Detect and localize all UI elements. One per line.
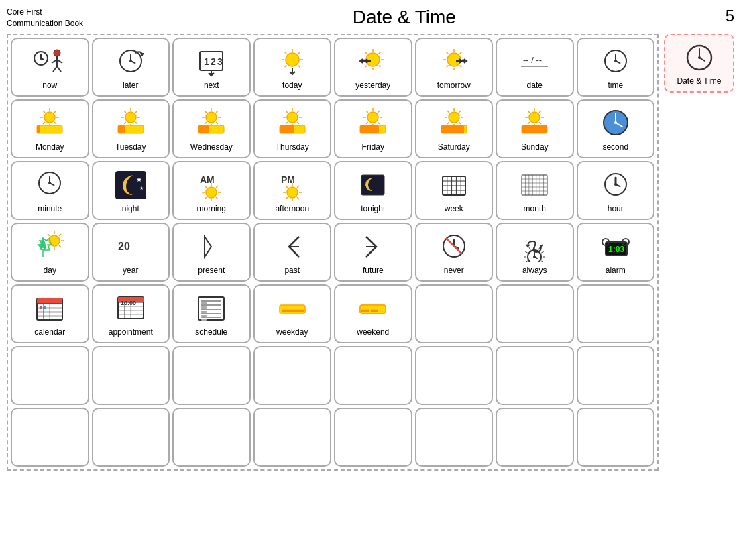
sidebar-date-time[interactable]: Date & Time	[664, 34, 734, 93]
svg-line-150	[205, 197, 207, 199]
icon-friday	[356, 106, 390, 141]
cell-empty-6-7	[577, 408, 655, 467]
svg-point-267	[698, 56, 701, 59]
label-next: next	[204, 80, 219, 90]
cell-calendar-4-0[interactable]: calendar	[11, 284, 89, 343]
cell-empty-5-2	[172, 346, 251, 405]
svg-text:★: ★	[136, 176, 142, 183]
icon-afternoon: PM	[276, 168, 309, 203]
icon-weekend: ▬ ▬	[356, 291, 390, 326]
cell-empty-4-6	[496, 284, 574, 343]
label-future: future	[363, 266, 384, 275]
svg-line-9	[57, 66, 61, 72]
cell-future-3-4[interactable]: future	[334, 223, 412, 282]
svg-point-123	[529, 112, 540, 123]
label-day: day	[44, 266, 56, 275]
cell-tomorrow-0-5[interactable]: tomorrow	[415, 38, 494, 97]
cell-Monday-1-0[interactable]: Monday	[11, 99, 89, 158]
cell-Sunday-1-6[interactable]: Sunday	[496, 99, 574, 158]
svg-point-4	[54, 50, 60, 56]
icon-hour	[599, 168, 632, 203]
cell-second-1-7[interactable]: second	[577, 99, 655, 158]
svg-text:★: ★	[139, 186, 144, 190]
svg-text:1:03: 1:03	[608, 245, 624, 254]
svg-point-222	[533, 256, 536, 258]
label-calendar: calendar	[34, 327, 65, 337]
cell-empty-5-4	[334, 346, 412, 405]
label-night: night	[122, 204, 139, 213]
cell-next-0-2[interactable]: 123next	[172, 38, 251, 97]
svg-point-112	[449, 112, 459, 123]
svg-text:3: 3	[217, 56, 223, 67]
label-yesterday: yesterday	[355, 80, 390, 90]
cell-never-3-5[interactable]: never	[415, 223, 494, 282]
label-alarm: alarm	[606, 266, 626, 275]
cell-yesterday-0-4[interactable]: yesterday	[334, 38, 412, 97]
cell-weekend-4-4[interactable]: ▬ ▬weekend	[334, 284, 412, 343]
cell-later-0-1[interactable]: later	[92, 38, 170, 97]
svg-text:1: 1	[204, 56, 209, 67]
cell-hour-2-7[interactable]: hour	[577, 161, 655, 220]
svg-line-98	[297, 111, 299, 113]
cell-year-3-1[interactable]: 20__year	[92, 223, 170, 282]
cell-empty-5-0	[11, 346, 89, 405]
cell-morning-2-2[interactable]: AMmorning	[172, 161, 251, 220]
svg-line-94	[286, 122, 288, 124]
svg-rect-67	[37, 125, 40, 133]
cell-Saturday-1-5[interactable]: Saturday	[415, 99, 494, 158]
label-Wednesday: Wednesday	[190, 142, 233, 152]
label-year: year	[123, 266, 138, 275]
cell-now-0-0[interactable]: now	[11, 38, 89, 97]
svg-rect-236	[40, 306, 42, 309]
cell-appointment-4-1[interactable]: 10:00appointment	[92, 284, 170, 343]
svg-line-44	[446, 66, 448, 68]
cell-Thursday-1-3[interactable]: Thursday	[253, 99, 332, 158]
cell-time-0-7[interactable]: time	[577, 38, 655, 97]
cell-week-2-5[interactable]: week	[415, 161, 494, 220]
icon-saturday	[437, 106, 471, 141]
book-info: Core First Communication Book	[7, 7, 83, 30]
icon-always	[518, 229, 551, 264]
svg-text:PM: PM	[281, 174, 295, 185]
label-week: week	[445, 204, 463, 213]
cell-present-3-2[interactable]: present	[172, 223, 251, 282]
label-later: later	[123, 80, 138, 90]
cell-night-2-1[interactable]: ★★night	[92, 161, 170, 220]
cell-minute-2-0[interactable]: minute	[11, 161, 89, 220]
cell-day-3-0[interactable]: day	[11, 223, 89, 282]
cell-date-0-6[interactable]: -- / --date	[496, 38, 574, 97]
svg-text:20__: 20__	[118, 241, 143, 252]
cell-afternoon-2-3[interactable]: PMafternoon	[253, 161, 332, 220]
svg-line-109	[378, 111, 380, 113]
cell-tonight-2-4[interactable]: tonight	[334, 161, 412, 220]
svg-point-3	[40, 57, 42, 60]
cell-alarm-3-7[interactable]: 1:03alarm	[577, 223, 655, 282]
cell-past-3-3[interactable]: past	[253, 223, 332, 282]
svg-point-146	[206, 187, 217, 198]
svg-text:10:00: 10:00	[121, 300, 136, 306]
icon-calendar	[33, 291, 66, 326]
cell-Tuesday-1-1[interactable]: Tuesday	[92, 99, 170, 158]
cell-Wednesday-1-2[interactable]: Wednesday	[172, 99, 251, 158]
svg-point-137	[614, 121, 617, 124]
book-name: Core First	[7, 7, 83, 18]
icon-week	[437, 168, 471, 203]
label-weekday: weekday	[276, 327, 308, 337]
svg-line-27	[298, 52, 300, 54]
svg-line-65	[54, 111, 56, 113]
cell-weekday-4-3[interactable]: ▬▬▬weekday	[253, 284, 332, 343]
cell-month-2-6[interactable]: month	[496, 161, 574, 220]
cell-schedule-4-2[interactable]: schedule	[172, 284, 251, 343]
cell-always-3-6[interactable]: always	[496, 223, 574, 282]
svg-rect-256	[201, 315, 207, 317]
label-weekend: weekend	[357, 327, 389, 337]
sidebar-clock-icon	[683, 40, 716, 75]
svg-line-192	[59, 245, 61, 247]
label-Friday: Friday	[362, 142, 384, 152]
cell-today-0-3[interactable]: today	[253, 38, 332, 97]
cell-empty-6-1	[92, 408, 170, 467]
svg-line-46	[446, 52, 448, 54]
svg-line-31	[379, 66, 381, 68]
cell-empty-5-5	[415, 346, 494, 405]
cell-Friday-1-4[interactable]: Friday	[334, 99, 412, 158]
